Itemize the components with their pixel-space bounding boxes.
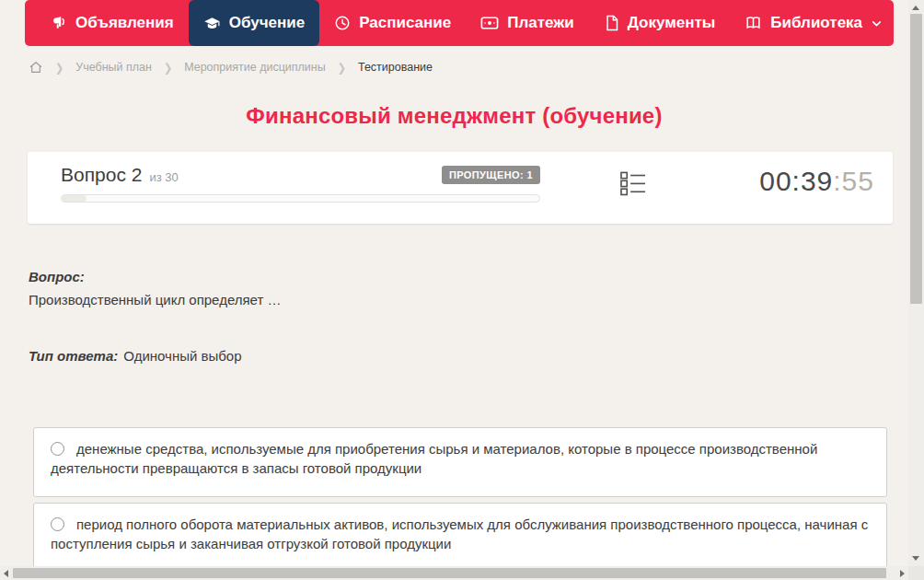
question-total: из 30 — [149, 170, 178, 184]
nav-item-label: Объявления — [75, 14, 174, 32]
radio-option-2[interactable] — [51, 517, 64, 531]
question-list-button[interactable] — [620, 171, 646, 196]
answer-type-value: Одиночный выбор — [123, 348, 241, 364]
question-number: Вопрос 2 — [61, 164, 142, 186]
breadcrumb-link-curriculum[interactable]: Учебный план — [75, 61, 152, 74]
answer-option-text: денежные средства, используемые для прио… — [51, 441, 817, 476]
nav-item-announcements[interactable]: Объявления — [36, 0, 189, 46]
home-icon[interactable] — [29, 60, 43, 75]
answer-type-row: Тип ответа:Одиночный выбор — [29, 348, 242, 364]
answer-option-1[interactable]: денежные средства, используемые для прио… — [33, 427, 887, 497]
question-list-icon — [620, 183, 646, 199]
timer-seconds: :55 — [833, 166, 874, 196]
question-text: Производственный цикл определяет … — [29, 292, 282, 307]
book-icon — [745, 15, 762, 31]
answer-option-2[interactable]: период полного оборота материальных акти… — [33, 503, 887, 566]
vertical-scrollbar[interactable] — [908, 0, 924, 566]
nav-item-payments[interactable]: Платежи — [466, 0, 589, 46]
radio-option-1[interactable] — [51, 442, 64, 456]
nav-item-documents[interactable]: Документы — [589, 0, 731, 46]
document-icon — [604, 15, 619, 31]
timer-hours-minutes: 00:39 — [759, 166, 833, 196]
main-nav: Объявления Обучение Расписание Платежи Д… — [25, 0, 894, 46]
nav-item-label: Обучение — [229, 14, 305, 32]
nav-item-label: Расписание — [359, 14, 451, 32]
quiz-progress-fill — [62, 195, 87, 202]
nav-item-schedule[interactable]: Расписание — [319, 0, 466, 46]
clock-icon — [334, 15, 351, 31]
quiz-progress-bar — [61, 194, 540, 203]
breadcrumb-separator: ❯ — [164, 62, 172, 74]
nav-item-label: Документы — [628, 14, 716, 32]
scroll-up-arrow-icon[interactable] — [912, 6, 919, 10]
answer-option-text: период полного оборота материальных акти… — [51, 516, 868, 551]
horizontal-scrollbar[interactable] — [0, 566, 908, 580]
nav-item-label: Библиотека — [770, 14, 862, 32]
horizontal-scrollbar-thumb[interactable] — [13, 568, 886, 578]
breadcrumb-current-testing: Тестирование — [358, 61, 433, 74]
banknote-icon — [480, 15, 499, 31]
scroll-left-arrow-icon[interactable] — [4, 570, 8, 577]
skipped-badge: ПРОПУЩЕНО: 1 — [442, 166, 540, 184]
nav-item-learning[interactable]: Обучение — [189, 0, 319, 46]
question-header-card: Вопрос 2 из 30 ПРОПУЩЕНО: 1 00:39:55 — [28, 152, 893, 224]
vertical-scrollbar-thumb[interactable] — [910, 14, 922, 304]
question-heading: Вопрос: — [29, 269, 85, 284]
graduation-cap-icon — [203, 15, 221, 32]
breadcrumb-link-discipline-event[interactable]: Мероприятие дисциплины — [184, 61, 326, 74]
chevron-down-icon — [871, 17, 883, 29]
timer: 00:39:55 — [759, 166, 874, 197]
megaphone-icon — [51, 15, 67, 31]
question-progress-block: Вопрос 2 из 30 ПРОПУЩЕНО: 1 — [61, 164, 540, 203]
answer-type-label: Тип ответа: — [29, 348, 118, 364]
scroll-right-arrow-icon[interactable] — [900, 570, 905, 577]
page-title: Финансовый менеджмент (обучение) — [0, 103, 908, 129]
breadcrumb: ❯ Учебный план ❯ Мероприятие дисциплины … — [29, 56, 433, 78]
scrollbar-corner — [908, 566, 924, 580]
nav-item-library[interactable]: Библиотека — [730, 0, 897, 46]
scroll-down-arrow-icon[interactable] — [912, 556, 919, 561]
breadcrumb-separator: ❯ — [55, 62, 64, 74]
breadcrumb-separator: ❯ — [338, 62, 346, 74]
nav-item-label: Платежи — [507, 14, 574, 32]
page-content: Объявления Обучение Расписание Платежи Д… — [0, 0, 908, 566]
